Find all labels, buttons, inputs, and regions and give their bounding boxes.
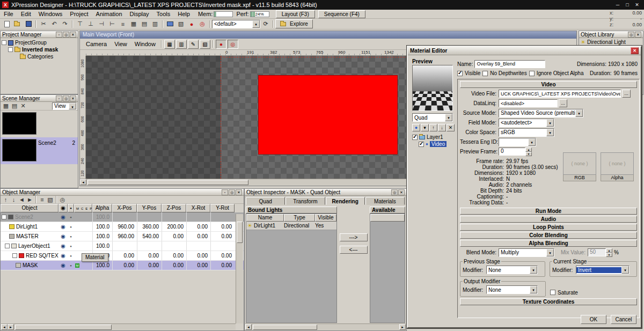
source-mode-dropdown[interactable]: Shaped Video Source (premultiplied)▾	[499, 109, 583, 117]
chevron-down-icon[interactable]: ▾	[530, 286, 537, 293]
minimize-icon[interactable]: ─	[613, 2, 623, 8]
chevron-down-icon[interactable]: ▾	[528, 138, 536, 146]
close-icon[interactable]: ✕	[70, 32, 76, 38]
chevron-down-icon[interactable]: ▾	[546, 119, 554, 127]
video-checkbox[interactable]: ✓	[419, 142, 424, 147]
no-depthwrites-checkbox[interactable]	[482, 71, 488, 76]
tab-rendering[interactable]: Rendering	[326, 197, 365, 205]
col-name[interactable]	[370, 214, 405, 222]
saturate-option[interactable]: Saturate	[550, 288, 578, 297]
color-space-dropdown[interactable]: sRGB▾	[499, 128, 554, 137]
layer-up-icon[interactable]: ↑	[429, 124, 437, 131]
target-icon[interactable]: ◎	[197, 19, 208, 28]
alpha-slot-label[interactable]: Alpha	[601, 175, 634, 181]
section-run-mode[interactable]: Run Mode	[460, 208, 637, 215]
table-row-dirlight1[interactable]: DirLight1 ◉ ● 100.0 960.00 360.00 200.00…	[1, 222, 244, 232]
col-yrot[interactable]: Y-Rot	[210, 204, 235, 212]
new-scene-icon[interactable]: ▦	[2, 101, 10, 111]
chevron-down-icon[interactable]: ▾	[530, 266, 537, 274]
collapse-icon[interactable]	[2, 215, 6, 219]
col-solo-icon[interactable]: ●	[68, 204, 74, 212]
menu-edit[interactable]: Edit	[17, 11, 35, 17]
chevron-down-icon[interactable]: ▾	[546, 249, 554, 256]
dialog-titlebar[interactable]: Material Editor ✕	[408, 47, 641, 55]
redo-icon[interactable]: ↷	[60, 19, 70, 28]
solo-icon[interactable]: ●	[68, 254, 74, 258]
menu-animation[interactable]: Animation	[92, 11, 126, 17]
safe-area-toggle-icon[interactable]: ●	[216, 40, 226, 49]
solo-icon[interactable]: ●	[68, 225, 74, 229]
flag-cell[interactable]: M	[74, 261, 92, 270]
pin-icon[interactable]: ◎	[229, 189, 235, 195]
col-visible[interactable]: Visible	[315, 214, 336, 222]
chevron-down-icon[interactable]: ▾	[575, 109, 583, 117]
close-icon[interactable]: ✕	[631, 47, 639, 54]
sort-icon[interactable]: ≡	[38, 195, 46, 204]
tree-item-inverted-mask[interactable]: Inverted mask	[2, 46, 77, 53]
eye-icon[interactable]: ◉	[58, 262, 68, 268]
aspect-toggle-icon[interactable]: ◎	[228, 40, 238, 49]
undo-icon[interactable]: ↶	[49, 19, 60, 28]
pin-icon[interactable]: ◎	[63, 95, 69, 101]
scroll-thumb[interactable]	[15, 325, 112, 330]
col-name[interactable]: Name	[246, 214, 284, 222]
pin-icon[interactable]: ◎	[391, 189, 398, 195]
spin-up-icon[interactable]: ▲	[525, 148, 532, 152]
menu-view[interactable]: View	[111, 41, 131, 47]
shade-icon[interactable]: ▤	[139, 19, 150, 28]
record-icon[interactable]: ●	[186, 19, 197, 28]
section-loop-points[interactable]: Loop Points	[460, 224, 637, 231]
bind-light-button[interactable]: --->	[340, 233, 368, 241]
preview-shape-dropdown[interactable]: Quad ▾	[412, 113, 453, 122]
col-zpos[interactable]: Z-Pos	[162, 204, 186, 212]
collapse-icon[interactable]	[2, 40, 6, 45]
output-modifier-dropdown[interactable]: None▾	[486, 285, 538, 294]
new-icon[interactable]	[2, 19, 12, 28]
col-type[interactable]: Type	[284, 214, 315, 222]
solo-icon[interactable]: ●	[68, 264, 74, 267]
red-quad-object[interactable]	[258, 75, 398, 155]
solo-icon[interactable]: ●	[68, 216, 74, 219]
chevron-down-icon[interactable]: ▾	[445, 114, 452, 121]
cut-icon[interactable]: ✂	[38, 19, 49, 28]
layer-menu-icon[interactable]: ▾	[421, 124, 429, 131]
save-icon[interactable]	[23, 19, 34, 28]
spin-down-icon[interactable]: ▼	[606, 253, 612, 257]
ignore-object-alpha-checkbox[interactable]	[529, 71, 535, 76]
current-modifier-dropdown[interactable]: Invert▾	[576, 266, 630, 274]
rgb-texture-slot[interactable]: ( none )	[563, 152, 596, 175]
preview-frame-spinner[interactable]: 0▲▼	[499, 148, 532, 156]
collapse-icon[interactable]	[5, 244, 10, 248]
spin-down-icon[interactable]: ▼	[525, 152, 532, 156]
menu-file[interactable]: File	[0, 11, 17, 17]
delete-layer-icon[interactable]: ✕	[447, 124, 455, 131]
scene-list-item[interactable]	[1, 111, 78, 137]
field-mode-dropdown[interactable]: <autodetect>▾	[499, 119, 554, 127]
menu-tools[interactable]: Tools	[153, 11, 174, 17]
object-manager-hscrollbar[interactable]: ◄ ►	[1, 323, 236, 330]
flag-cell[interactable]	[74, 241, 92, 251]
close-icon[interactable]: ✕	[70, 95, 76, 101]
datalinq-field[interactable]: <disabled>	[499, 99, 558, 107]
chevron-down-icon[interactable]: ▾	[252, 20, 260, 28]
grid-icon[interactable]: ▦	[128, 19, 139, 28]
table-row-layerobject1[interactable]: LayerObject1 ◉ ● 100.0	[1, 241, 244, 251]
add-layer-icon[interactable]: ●	[412, 124, 420, 131]
alpha-texture-slot[interactable]: ( none )	[601, 152, 634, 175]
maximize-icon[interactable]: □	[623, 2, 632, 8]
brush-tool-icon[interactable]: ▧	[200, 40, 210, 49]
menu-display[interactable]: Display	[126, 11, 153, 17]
layout-button[interactable]: Layout (F3)	[276, 10, 315, 18]
delete-scene-icon[interactable]: ✕	[19, 101, 27, 111]
wireframe-toggle-icon[interactable]: ▥	[176, 40, 187, 49]
ok-button[interactable]: OK	[581, 315, 606, 324]
eye-icon[interactable]: ◉	[58, 233, 68, 239]
col-alpha[interactable]: Alpha	[92, 204, 112, 212]
chevron-down-icon[interactable]: ▾	[621, 266, 629, 274]
browse-video-button[interactable]: ...	[622, 90, 631, 98]
close-icon[interactable]: ✕	[632, 2, 642, 8]
screen-icon[interactable]	[165, 19, 175, 28]
tab-quad[interactable]: Quad	[246, 197, 285, 205]
search-icon[interactable]: ◎	[58, 195, 67, 204]
dock-icon[interactable]: ▫	[56, 32, 62, 38]
